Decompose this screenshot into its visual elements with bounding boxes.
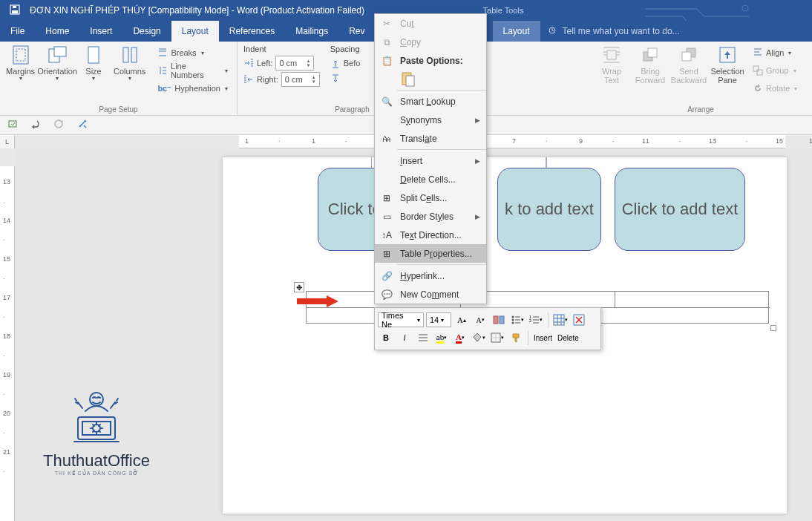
svg-rect-13: [648, 48, 657, 57]
vertical-ruler[interactable]: 13· 14· 15· 17· 18· 19· 20· 21·: [0, 148, 15, 521]
mini-highlight[interactable]: ab▾: [433, 330, 450, 346]
group-arrange: Wrap Text Bring Forward Send Backward Se…: [589, 42, 812, 115]
mini-toolbar: Times Ne▾ 14▾ A▴ A▾ ▾ 12▾ ▾ B I ab▾ A▾ ▾…: [374, 307, 601, 350]
spacing-before-icon: [330, 58, 341, 68]
tab-insert[interactable]: Insert: [79, 21, 122, 42]
redo-button[interactable]: [53, 119, 65, 132]
svg-rect-24: [297, 298, 327, 304]
mini-font-color[interactable]: A▾: [452, 330, 468, 346]
spacing-after-icon: [330, 74, 341, 85]
hyphenation-button[interactable]: bc⁻Hyphenation▾: [154, 80, 231, 96]
svg-rect-2: [13, 6, 16, 8]
ctx-smart-lookup[interactable]: 🔍Smart Lookup: [375, 92, 486, 111]
margins-button[interactable]: Margins▾: [6, 45, 35, 82]
ruler-corner[interactable]: L: [0, 135, 15, 148]
svg-rect-15: [682, 52, 691, 61]
watermark: ThuthuatOffice THI KẾ CỦA DÂN CÔNG SỞ: [26, 386, 167, 476]
watermark-text-2: THI KẾ CỦA DÂN CÔNG SỞ: [26, 471, 167, 476]
svg-text:2: 2: [529, 318, 531, 323]
svg-rect-19: [9, 121, 16, 127]
tab-file[interactable]: File: [0, 21, 35, 42]
svg-point-32: [512, 319, 514, 321]
size-button[interactable]: Size▾: [79, 45, 108, 82]
watermark-text-1: ThuthuatOffice: [26, 451, 167, 471]
ctx-delete-cells[interactable]: Delete Cells...: [375, 170, 486, 189]
context-menu: ✂Cut ⧉Copy 📋Paste Options: 🔍Smart Lookup…: [374, 13, 487, 304]
ctx-translate[interactable]: 🗛Translate: [375, 129, 486, 148]
red-arrow-annotation: [297, 295, 338, 309]
svg-rect-27: [406, 76, 414, 86]
mini-borders[interactable]: ▾: [489, 330, 505, 346]
svg-rect-9: [123, 47, 128, 62]
mini-font-combo[interactable]: Times Ne▾: [378, 312, 424, 327]
ctx-copy: ⧉Copy: [375, 33, 486, 51]
watermark-logo-icon: [56, 386, 137, 445]
mini-bullets[interactable]: ▾: [509, 312, 525, 328]
tell-me-search[interactable]: Tell me what you want to do...: [548, 26, 680, 36]
mini-styles[interactable]: [491, 312, 507, 328]
indent-right-row: Right: 0 cm▲▼: [243, 71, 320, 88]
table-resize-handle[interactable]: [770, 325, 776, 331]
breaks-button[interactable]: Breaks▾: [154, 45, 231, 61]
ctx-table-properties[interactable]: ⊞Table Properties...: [375, 244, 486, 263]
svg-rect-29: [494, 316, 498, 324]
svg-marker-25: [327, 295, 338, 307]
svg-rect-1: [12, 10, 18, 13]
qat-touch-icon[interactable]: [7, 119, 18, 132]
ctx-hyperlink[interactable]: 🔗Hyperlink...: [375, 266, 486, 285]
align-button[interactable]: Align▾: [750, 45, 800, 61]
mini-delete-label[interactable]: Delete: [556, 334, 580, 342]
mini-insert-label[interactable]: Insert: [532, 334, 554, 342]
indent-right-icon: [243, 74, 254, 85]
svg-point-33: [512, 322, 514, 324]
columns-button[interactable]: Columns▾: [114, 45, 145, 82]
mini-bold[interactable]: B: [378, 330, 394, 346]
svg-point-31: [512, 316, 514, 318]
mini-table-insert[interactable]: ▾: [552, 312, 569, 328]
ctx-synonyms[interactable]: Synonyms▶: [375, 111, 486, 129]
orientation-button[interactable]: Orientation▾: [41, 45, 73, 82]
mini-shrink-font[interactable]: A▾: [472, 312, 488, 328]
mini-numbering[interactable]: 12▾: [528, 312, 544, 328]
ctx-new-comment[interactable]: 💬New Comment: [375, 285, 486, 304]
mini-size-combo[interactable]: 14▾: [426, 312, 451, 327]
tab-mailings[interactable]: Mailings: [285, 21, 338, 42]
group-label-page-setup: Page Setup: [0, 105, 237, 114]
wrap-text-button: Wrap Text: [595, 45, 628, 85]
selection-pane-button[interactable]: Selection Pane: [711, 45, 744, 85]
svg-rect-18: [757, 70, 762, 75]
tab-design[interactable]: Design: [122, 21, 171, 42]
svg-rect-5: [16, 49, 25, 61]
indent-label: Indent: [243, 45, 320, 53]
shape-3[interactable]: Click to add text: [615, 168, 745, 251]
svg-rect-10: [131, 47, 137, 62]
undo-button[interactable]: [30, 119, 42, 132]
save-icon[interactable]: [0, 4, 30, 17]
mini-grow-font[interactable]: A▴: [454, 312, 470, 328]
tab-references[interactable]: References: [219, 21, 285, 42]
tab-home[interactable]: Home: [35, 21, 79, 42]
ctx-split-cells[interactable]: ⊞Split Cells...: [375, 189, 486, 207]
ctx-border-styles[interactable]: ▭Border Styles▶: [375, 207, 486, 226]
mini-format-painter[interactable]: [508, 330, 524, 346]
indent-right-input[interactable]: 0 cm▲▼: [281, 72, 320, 87]
mini-italic[interactable]: I: [396, 330, 413, 346]
table-move-handle[interactable]: ✥: [294, 282, 304, 292]
ctx-text-direction[interactable]: ↕AText Direction...: [375, 226, 486, 244]
ctx-cut: ✂Cut: [375, 14, 486, 33]
line-numbers-button[interactable]: Line Numbers▾: [154, 62, 231, 79]
mini-shading[interactable]: ▾: [471, 330, 487, 346]
shape-2[interactable]: k to add text: [497, 168, 601, 251]
tab-table-layout[interactable]: Layout: [493, 21, 540, 42]
tab-layout[interactable]: Layout: [171, 21, 219, 42]
tab-review[interactable]: Rev: [338, 21, 375, 42]
spacing-label: Spacing: [330, 45, 361, 53]
mini-table-delete[interactable]: [571, 312, 587, 328]
mini-align[interactable]: [415, 330, 431, 346]
group-label-arrange: Arrange: [589, 105, 812, 114]
ctx-paste-icon[interactable]: [375, 70, 486, 88]
ctx-insert[interactable]: Insert▶: [375, 151, 486, 170]
indent-left-input[interactable]: 0 cm▲▼: [275, 56, 314, 71]
spacing-after-row: [330, 71, 361, 88]
qat-customize-icon[interactable]: [77, 119, 88, 132]
